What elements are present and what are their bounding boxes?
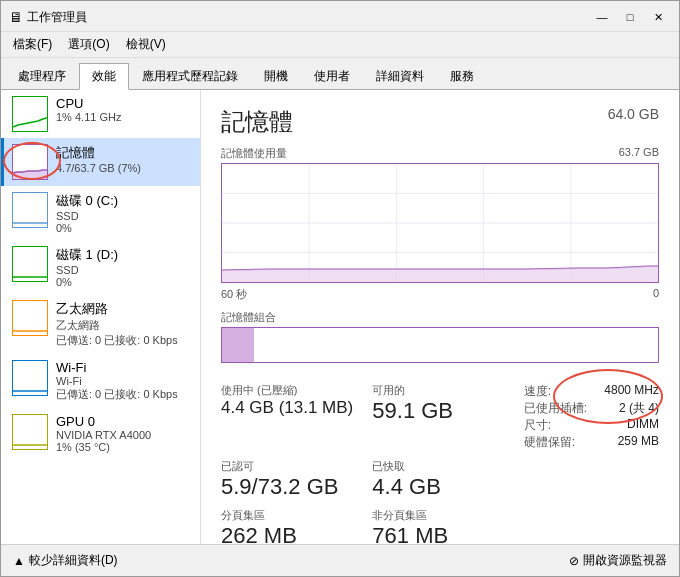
disk1-sub2: 0% [56,276,118,288]
performance-panel: 記憶體 64.0 GB 記憶體使用量 63.7 GB [201,90,679,544]
ethernet-label: 乙太網路 [56,300,178,318]
composition-section: 記憶體組合 [221,310,659,363]
memory-label: 記憶體 [56,144,141,162]
wifi-sub2: 已傳送: 0 已接收: 0 Kbps [56,387,178,402]
disk0-label: 磁碟 0 (C:) [56,192,118,210]
non-paged-value: 761 MB [372,523,507,544]
title-bar: 🖥 工作管理員 — □ ✕ [1,1,679,32]
in-use-label: 使用中 (已壓縮) [221,383,356,398]
stat-committed: 已認可 5.9/73.2 GB [221,459,356,500]
sidebar-item-memory[interactable]: 記憶體 4.7/63.7 GB (7%) [1,138,200,186]
composition-chart [221,327,659,363]
menu-bar: 檔案(F) 選項(O) 檢視(V) [1,32,679,58]
memory-usage-chart [221,163,659,283]
time-right: 0 [653,287,659,302]
committed-value: 5.9/73.2 GB [221,474,356,500]
bottom-bar: ▲ 較少詳細資料(D) ⊘ 開啟資源監視器 [1,544,679,576]
panel-total: 64.0 GB [608,106,659,122]
cached-value: 4.4 GB [372,474,507,500]
menu-file[interactable]: 檔案(F) [5,34,60,55]
disk1-item-text: 磁碟 1 (D:) SSD 0% [56,246,118,288]
ethernet-item-text: 乙太網路 乙太網路 已傳送: 0 已接收: 0 Kbps [56,300,178,348]
memory-usage-section: 記憶體使用量 63.7 GB [221,146,659,302]
stat-available: 可用的 59.1 GB [372,383,507,451]
stat-in-use: 使用中 (已壓縮) 4.4 GB (13.1 MB) [221,383,356,451]
menu-options[interactable]: 選項(O) [60,34,117,55]
hw-reserved-label: 硬體保留: [524,434,575,451]
main-content: CPU 1% 4.11 GHz 記憶體 4.7/63.7 GB (7%) [1,90,679,544]
less-detail-button[interactable]: ▲ 較少詳細資料(D) [13,552,118,569]
gpu-label: GPU 0 [56,414,151,429]
stat-right-panel: 速度: 4800 MHz 已使用插槽: 2 (共 4) 尺寸: DIMM [524,383,659,451]
gpu-sub2: 1% (35 °C) [56,441,151,453]
speed-row: 速度: 4800 MHz [524,383,659,400]
panel-header: 記憶體 64.0 GB [221,106,659,138]
close-button[interactable]: ✕ [645,7,671,27]
cpu-label: CPU [56,96,121,111]
maximize-button[interactable]: □ [617,7,643,27]
in-use-value: 4.4 GB (13.1 MB) [221,398,356,418]
wifi-sub1: Wi-Fi [56,375,178,387]
tab-performance[interactable]: 效能 [79,63,129,90]
disk1-mini-chart [12,246,48,282]
non-paged-label: 非分頁集區 [372,508,507,523]
chevron-up-icon: ▲ [13,554,25,568]
sidebar-item-wifi[interactable]: Wi-Fi Wi-Fi 已傳送: 0 已接收: 0 Kbps [1,354,200,408]
sidebar-item-disk0[interactable]: 磁碟 0 (C:) SSD 0% [1,186,200,240]
slots-value: 2 (共 4) [619,400,659,417]
disk1-sub1: SSD [56,264,118,276]
task-manager-window: 🖥 工作管理員 — □ ✕ 檔案(F) 選項(O) 檢視(V) 處理程序 效能 … [0,0,680,577]
available-value: 59.1 GB [372,398,507,424]
slots-row: 已使用插槽: 2 (共 4) [524,400,659,417]
gpu-item-text: GPU 0 NVIDIA RTX A4000 1% (35 °C) [56,414,151,453]
minimize-button[interactable]: — [589,7,615,27]
tab-processes[interactable]: 處理程序 [5,63,79,90]
tab-startup[interactable]: 開機 [251,63,301,90]
stats-left: 使用中 (已壓縮) 4.4 GB (13.1 MB) 可用的 59.1 GB 速… [221,379,659,544]
stats-area: 使用中 (已壓縮) 4.4 GB (13.1 MB) 可用的 59.1 GB 速… [221,379,659,544]
open-monitor-button[interactable]: ⊘ 開啟資源監視器 [569,552,667,569]
tab-bar: 處理程序 效能 應用程式歷程記錄 開機 使用者 詳細資料 服務 [1,58,679,90]
wifi-mini-chart [12,360,48,396]
open-monitor-label: 開啟資源監視器 [583,552,667,569]
hw-reserved-value: 259 MB [618,434,659,451]
title-icon: 🖥 [9,9,23,25]
sidebar-item-disk1[interactable]: 磁碟 1 (D:) SSD 0% [1,240,200,294]
form-factor-row: 尺寸: DIMM [524,417,659,434]
ethernet-sub2: 已傳送: 0 已接收: 0 Kbps [56,333,178,348]
usage-max: 63.7 GB [619,146,659,161]
tab-app-history[interactable]: 應用程式歷程記錄 [129,63,251,90]
title-bar-left: 🖥 工作管理員 [9,9,87,26]
gpu-sub1: NVIDIA RTX A4000 [56,429,151,441]
memory-mini-chart [12,144,48,180]
panel-title: 記憶體 [221,106,293,138]
ethernet-mini-chart [12,300,48,336]
chart-time-row: 60 秒 0 [221,287,659,302]
monitor-icon: ⊘ [569,554,579,568]
stat-non-paged-pool: 非分頁集區 761 MB [372,508,507,544]
slots-label: 已使用插槽: [524,400,587,417]
committed-label: 已認可 [221,459,356,474]
tab-details[interactable]: 詳細資料 [363,63,437,90]
sidebar-item-gpu[interactable]: GPU 0 NVIDIA RTX A4000 1% (35 °C) [1,408,200,459]
stat-cached: 已快取 4.4 GB [372,459,507,500]
cpu-mini-chart [12,96,48,132]
form-factor-value: DIMM [627,417,659,434]
svg-rect-0 [13,97,48,132]
cpu-sub: 1% 4.11 GHz [56,111,121,123]
chart-label-row: 記憶體使用量 63.7 GB [221,146,659,161]
tab-users[interactable]: 使用者 [301,63,363,90]
sidebar: CPU 1% 4.11 GHz 記憶體 4.7/63.7 GB (7%) [1,90,201,544]
available-label: 可用的 [372,383,507,398]
disk1-label: 磁碟 1 (D:) [56,246,118,264]
disk0-mini-chart [12,192,48,228]
cpu-item-text: CPU 1% 4.11 GHz [56,96,121,123]
wifi-item-text: Wi-Fi Wi-Fi 已傳送: 0 已接收: 0 Kbps [56,360,178,402]
menu-view[interactable]: 檢視(V) [118,34,174,55]
usage-label: 記憶體使用量 [221,146,287,161]
form-factor-label: 尺寸: [524,417,551,434]
tab-services[interactable]: 服務 [437,63,487,90]
speed-value: 4800 MHz [604,383,659,400]
sidebar-item-cpu[interactable]: CPU 1% 4.11 GHz [1,90,200,138]
sidebar-item-ethernet[interactable]: 乙太網路 乙太網路 已傳送: 0 已接收: 0 Kbps [1,294,200,354]
